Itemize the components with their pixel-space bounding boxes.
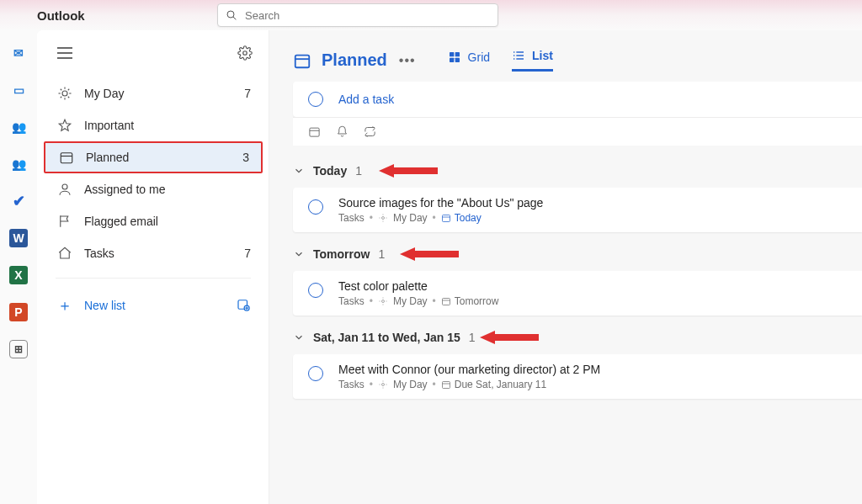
task-meta: Tasks• My Day• Today — [338, 212, 543, 224]
star-icon — [57, 118, 72, 133]
search-icon — [225, 8, 238, 22]
group-header-tomorrow[interactable]: Tomorrow 1 — [269, 241, 862, 268]
sidebar-item-flagged[interactable]: Flagged email — [37, 205, 269, 237]
calendar-icon[interactable]: ▭ — [9, 81, 28, 99]
svg-rect-26 — [455, 52, 459, 56]
nav-label: Assigned to me — [84, 183, 251, 196]
add-task-options — [293, 117, 862, 146]
sun-icon — [378, 296, 388, 306]
app-title: Outlook — [37, 8, 85, 23]
more-options-icon[interactable]: ••• — [399, 53, 416, 68]
nav-label: Tasks — [84, 247, 244, 260]
add-task-row[interactable]: Add a task — [293, 82, 862, 117]
svg-rect-27 — [450, 57, 454, 61]
people-icon[interactable]: 👥 — [9, 118, 28, 136]
group-count: 1 — [469, 331, 476, 344]
svg-line-1 — [233, 17, 236, 19]
group-count: 1 — [355, 164, 362, 178]
home-icon — [57, 246, 72, 261]
svg-marker-15 — [59, 119, 71, 130]
view-grid-button[interactable]: Grid — [448, 49, 490, 72]
person-icon — [57, 182, 72, 197]
svg-rect-28 — [455, 57, 459, 61]
svg-marker-53 — [480, 331, 539, 344]
svg-line-11 — [61, 89, 62, 91]
svg-rect-43 — [442, 215, 450, 222]
calendar-icon — [441, 213, 451, 223]
task-row[interactable]: Test color palette Tasks• My Day• Tomorr… — [293, 271, 862, 316]
plus-icon: ＋ — [57, 295, 72, 316]
complete-circle-icon[interactable] — [308, 199, 323, 215]
new-group-icon[interactable] — [236, 297, 251, 315]
sun-icon — [378, 213, 388, 223]
annotation-arrow-icon — [379, 162, 438, 179]
calendar-plan-icon — [59, 150, 74, 165]
group-label: Tomorrow — [313, 247, 370, 261]
search-box[interactable] — [217, 3, 498, 27]
group-header-daterange[interactable]: Sat, Jan 11 to Wed, Jan 15 1 — [269, 324, 862, 351]
task-title: Test color palette — [338, 279, 498, 293]
svg-rect-35 — [310, 128, 319, 136]
task-row[interactable]: Meet with Connor (our marketing director… — [293, 354, 862, 399]
task-title: Source images for the "About Us" page — [338, 196, 543, 210]
nav-label: My Day — [84, 87, 244, 100]
add-task-circle-icon — [308, 92, 323, 107]
task-title: Meet with Connor (our marketing director… — [338, 363, 600, 376]
calendar-icon — [441, 296, 451, 306]
word-icon[interactable]: W — [9, 229, 28, 247]
powerpoint-icon[interactable]: P — [9, 303, 28, 321]
svg-point-54 — [381, 384, 384, 386]
chevron-down-icon — [293, 165, 305, 177]
svg-marker-37 — [379, 164, 438, 178]
annotation-arrow-icon — [480, 329, 539, 346]
reminder-icon[interactable] — [336, 125, 349, 138]
nav-label: Important — [84, 119, 251, 132]
sidebar-divider — [56, 278, 251, 279]
svg-rect-16 — [61, 153, 72, 163]
sidebar-item-my-day[interactable]: My Day 7 — [37, 77, 269, 109]
search-input[interactable] — [245, 9, 491, 22]
teams-icon[interactable]: 👥 — [9, 155, 28, 173]
main-pane: Planned ••• Grid List Add a task Today 1 — [269, 30, 862, 504]
svg-marker-45 — [400, 247, 459, 261]
nav-label: Planned — [86, 151, 242, 164]
svg-line-13 — [61, 97, 62, 98]
repeat-icon[interactable] — [364, 125, 376, 138]
sun-icon — [57, 86, 72, 101]
app-rail: ✉ ▭ 👥 👥 ✔ W X P ⊞ — [0, 30, 37, 504]
sidebar-item-assigned[interactable]: Assigned to me — [37, 173, 269, 205]
svg-rect-23 — [295, 55, 310, 67]
settings-icon[interactable] — [237, 45, 253, 64]
svg-point-5 — [243, 51, 247, 56]
excel-icon[interactable]: X — [9, 266, 28, 284]
nav-count: 7 — [244, 247, 251, 260]
mail-icon[interactable]: ✉ — [9, 44, 28, 62]
todo-icon[interactable]: ✔ — [9, 192, 28, 210]
sidebar-item-tasks[interactable]: Tasks 7 — [37, 237, 269, 269]
flag-icon — [57, 214, 72, 229]
page-title: Planned — [322, 50, 387, 70]
due-date-icon[interactable] — [308, 125, 321, 138]
chevron-down-icon — [293, 248, 305, 260]
nav-count: 7 — [244, 87, 251, 100]
svg-point-0 — [227, 11, 234, 18]
view-list-button[interactable]: List — [512, 49, 553, 72]
svg-rect-51 — [442, 299, 450, 305]
annotation-arrow-icon — [400, 246, 459, 263]
svg-point-38 — [381, 217, 384, 220]
task-row[interactable]: Source images for the "About Us" page Ta… — [293, 188, 862, 232]
group-header-today[interactable]: Today 1 — [269, 157, 862, 184]
sidebar-item-important[interactable]: Important — [37, 109, 269, 141]
svg-rect-25 — [450, 52, 454, 56]
complete-circle-icon[interactable] — [308, 283, 323, 298]
more-apps-icon[interactable]: ⊞ — [9, 340, 28, 358]
calendar-icon — [441, 379, 451, 390]
svg-line-12 — [68, 97, 70, 98]
group-label: Today — [313, 164, 347, 178]
complete-circle-icon[interactable] — [308, 366, 323, 381]
hamburger-icon[interactable] — [57, 47, 72, 62]
sidebar-item-planned[interactable]: Planned 3 — [44, 141, 263, 173]
new-list-button[interactable]: ＋ New list — [37, 287, 269, 324]
svg-point-46 — [381, 300, 384, 303]
chevron-down-icon — [293, 332, 305, 343]
